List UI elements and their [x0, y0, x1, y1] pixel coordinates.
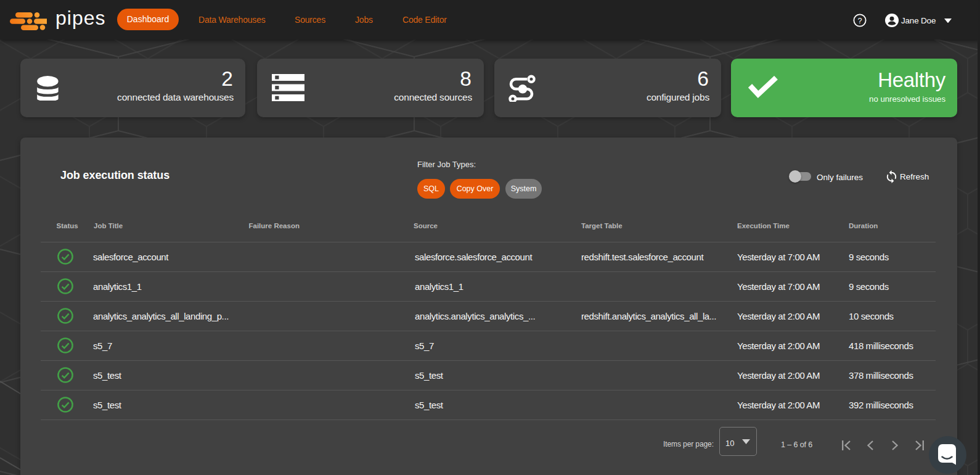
svg-text:?: ? [857, 16, 862, 25]
